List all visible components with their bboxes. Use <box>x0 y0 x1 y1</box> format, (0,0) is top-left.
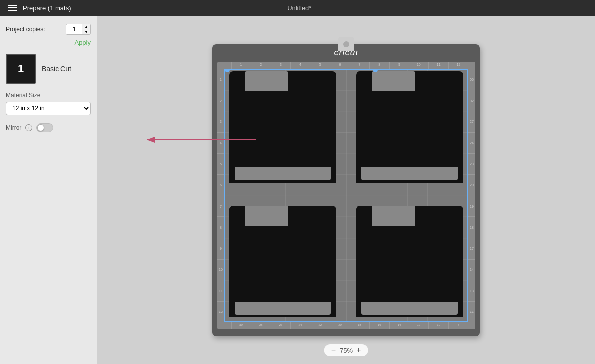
copies-spinner: ▲ ▼ <box>82 24 90 34</box>
ruler-top-cell: 7 <box>350 62 369 69</box>
ruler-top-cell: 12 <box>448 62 468 69</box>
ruler-top-cell: 3 <box>271 62 291 69</box>
ruler-top-cell: 2 <box>251 62 271 69</box>
ruler-top-cell: 11 <box>428 62 448 69</box>
apply-button[interactable]: Apply <box>6 39 91 46</box>
mat-card: 1 Basic Cut <box>6 54 91 84</box>
ruler-bottom: 30 28 26 24 22 20 18 16 14 12 10 8 <box>217 322 475 329</box>
mirror-row: Mirror i <box>6 123 91 132</box>
ruler-top-cell: 4 <box>290 62 310 69</box>
zoom-in-button[interactable]: + <box>356 346 362 354</box>
zoom-out-button[interactable]: − <box>330 346 337 354</box>
mat-grid-container: 1 2 3 4 5 6 7 8 9 10 11 12 <box>217 62 475 329</box>
info-icon[interactable]: i <box>25 124 32 131</box>
mirror-toggle[interactable] <box>36 123 53 132</box>
ruler-top: 1 2 3 4 5 6 7 8 9 10 11 12 <box>217 62 475 69</box>
grid-body: 1 2 3 4 5 6 7 8 9 10 11 12 <box>217 69 475 322</box>
ruler-top-cell: 10 <box>409 62 428 69</box>
mat-label: Basic Cut <box>42 65 71 73</box>
cut-shape-br <box>356 206 463 317</box>
ruler-top-cell: 6 <box>330 62 350 69</box>
cut-shape-tl <box>229 71 336 183</box>
zoom-bar: − 75% + <box>324 344 368 356</box>
material-size-select[interactable]: 12 in x 12 in 12 in x 24 in Custom <box>6 102 91 115</box>
project-copies-row: Project copies: ▲ ▼ <box>6 24 91 35</box>
ruler-right: 06 02 27 24 23 20 19 18 17 14 13 11 <box>468 69 475 322</box>
copies-input[interactable] <box>66 25 82 34</box>
cut-shape-tr <box>356 71 463 183</box>
topbar-left: Prepare (1 mats) <box>8 4 71 12</box>
ruler-left: 1 2 3 4 5 6 7 8 9 10 11 12 <box>217 69 224 322</box>
mirror-label: Mirror <box>6 124 21 131</box>
canvas-area: cricut 1 2 3 4 5 6 7 8 9 10 11 12 <box>97 16 595 364</box>
mat-number: 1 <box>18 62 24 75</box>
main-layout: Project copies: ▲ ▼ Apply 1 Basic Cut Ma… <box>0 16 595 364</box>
material-size-label: Material Size <box>6 92 91 99</box>
cut-shape-bl <box>229 206 336 317</box>
cut-mat[interactable] <box>224 69 468 322</box>
zoom-level: 75% <box>340 347 353 354</box>
topbar-document-title: Untitled* <box>287 4 311 12</box>
ruler-top-cell: 8 <box>369 62 389 69</box>
topbar: Prepare (1 mats) Untitled* <box>0 0 595 16</box>
ruler-top-cell: 9 <box>389 62 409 69</box>
mat-hanger <box>338 37 354 51</box>
copies-up-button[interactable]: ▲ <box>82 24 90 29</box>
mat-thumbnail: 1 <box>6 54 36 84</box>
project-copies-label: Project copies: <box>6 26 66 33</box>
topbar-title: Prepare (1 mats) <box>23 4 71 12</box>
ruler-top-cell: 5 <box>310 62 330 69</box>
hamburger-icon[interactable] <box>8 5 17 11</box>
ruler-top-cell: 1 <box>231 62 251 69</box>
cricut-mat: cricut 1 2 3 4 5 6 7 8 9 10 11 12 <box>212 44 480 336</box>
copies-input-wrap: ▲ ▼ <box>66 24 91 35</box>
copies-down-button[interactable]: ▼ <box>82 29 90 34</box>
sidebar: Project copies: ▲ ▼ Apply 1 Basic Cut Ma… <box>0 16 97 364</box>
mat-header: cricut <box>212 44 480 62</box>
shapes-container <box>224 69 468 322</box>
